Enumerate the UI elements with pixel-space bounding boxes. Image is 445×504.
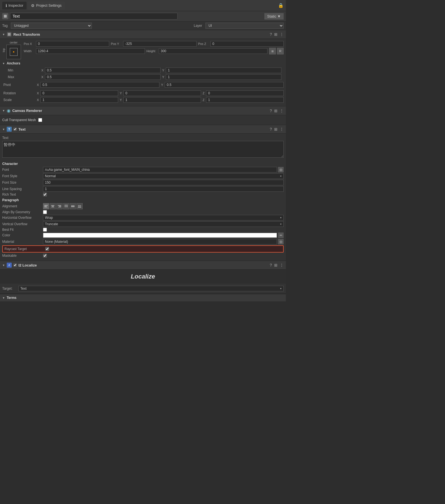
rt-section-title: Rect Transform — [13, 32, 268, 37]
text-comp-enable[interactable] — [13, 128, 17, 131]
height-input[interactable] — [159, 48, 268, 54]
terms-header[interactable]: ▼ Terms — [0, 294, 286, 301]
tag-label: Tag — [2, 24, 8, 28]
localize-target-row: Target: Text — [2, 286, 284, 291]
align-right-btn[interactable] — [56, 203, 63, 209]
text-comp-header[interactable]: ▼ T Text ? ⊞ ⋮ — [0, 125, 286, 134]
rt-anchor-visual[interactable] — [6, 45, 21, 59]
pivot-y-input[interactable] — [165, 82, 284, 88]
tc-help-icon[interactable]: ? — [270, 127, 272, 131]
lock-icon[interactable]: 🔒 — [278, 3, 284, 8]
tag-select[interactable]: Untagged — [11, 23, 92, 29]
align-top-btn[interactable] — [63, 203, 69, 209]
tab-project-settings[interactable]: ⚙ Project Settings — [28, 2, 65, 9]
material-select-area: None (Material) — [43, 239, 277, 244]
rotation-y-input[interactable] — [123, 90, 201, 96]
tc-menu-icon[interactable]: ⋮ — [280, 127, 284, 131]
color-label: Color — [2, 233, 41, 237]
tab-bar-right: 🔒 — [278, 3, 284, 8]
pivot-label: Pivot — [3, 83, 37, 87]
rt-menu-icon[interactable]: ⋮ — [280, 32, 284, 37]
pivot-x-input[interactable] — [40, 82, 159, 88]
anchors-header[interactable]: ▼ Anchors — [2, 61, 284, 65]
min-y-label: Y — [162, 69, 164, 72]
raycast-target-row: Raycast Target — [2, 245, 284, 253]
anchor-min-y-input[interactable] — [166, 68, 281, 73]
anchor-max-x-input[interactable] — [45, 74, 161, 80]
cr-settings-icon[interactable]: ⊞ — [274, 109, 277, 113]
object-name-input[interactable] — [10, 13, 178, 20]
i2-localize-header[interactable]: ▼ # I2 Localize ? ⊞ ⋮ — [0, 261, 286, 270]
i2-settings-icon[interactable]: ⊞ — [274, 263, 277, 267]
font-picker-btn[interactable]: ◎ — [278, 167, 284, 172]
rect-transform-header[interactable]: ▼ Rect Transform ? ⊞ ⋮ — [0, 30, 286, 39]
pos-z-input[interactable] — [210, 41, 284, 47]
font-style-select[interactable]: Normal — [43, 173, 284, 179]
align-center-h-btn[interactable] — [50, 203, 56, 209]
cr-menu-icon[interactable]: ⋮ — [280, 109, 284, 113]
tc-section-icons: ? ⊞ ⋮ — [270, 127, 284, 131]
vert-overflow-select[interactable]: Truncate Overflow — [43, 221, 284, 227]
color-field: ✏ — [43, 232, 284, 238]
tc-settings-icon[interactable]: ⊞ — [274, 127, 277, 131]
tab-inspector[interactable]: ℹ Inspector — [2, 2, 27, 9]
rich-text-checkbox[interactable] — [43, 193, 47, 196]
scale-z-input[interactable] — [206, 97, 284, 103]
rt-settings-icon[interactable]: ⊞ — [274, 32, 277, 37]
terms-collapse-icon: ▼ — [2, 296, 5, 299]
tc-section-title: Text — [18, 127, 268, 131]
best-fit-checkbox[interactable] — [43, 228, 47, 232]
align-bottom-btn[interactable] — [76, 203, 83, 209]
cull-checkbox[interactable] — [38, 118, 42, 122]
layer-select[interactable]: UI — [205, 23, 284, 29]
align-by-geo-checkbox[interactable] — [43, 210, 47, 214]
i2-section-title: I2 Localize — [18, 263, 268, 267]
r-btn[interactable]: R — [277, 48, 284, 54]
align-left-btn[interactable] — [43, 203, 49, 209]
pos-y-input[interactable] — [123, 41, 196, 47]
maskable-checkbox[interactable] — [43, 254, 47, 258]
i2-menu-icon[interactable]: ⋮ — [280, 263, 284, 267]
text-content-input[interactable]: 暂停中 — [2, 141, 284, 158]
inspector-icon: ℹ — [6, 3, 7, 8]
align-middle-btn[interactable] — [70, 203, 76, 209]
localize-target-label: Target: — [2, 287, 16, 291]
material-label: Material — [2, 240, 41, 244]
maskable-label: Maskable — [2, 254, 41, 258]
color-swatch[interactable] — [43, 233, 277, 238]
i2-comp-enable[interactable] — [13, 263, 17, 267]
rotation-x-input[interactable] — [40, 90, 118, 96]
line-spacing-row: Line Spacing — [2, 186, 284, 192]
i2-section-icons: ? ⊞ ⋮ — [270, 263, 284, 267]
blueprint-btn[interactable]: ⊞ — [269, 48, 276, 54]
paragraph-label: Paragraph — [2, 198, 284, 202]
scale-y-input[interactable] — [123, 97, 201, 103]
font-select-area[interactable]: Aa Aa game_font_MAIN_china — [43, 167, 277, 172]
canvas-renderer-header[interactable]: ▼ ◉ Canvas Renderer ? ⊞ ⋮ — [0, 106, 286, 115]
localize-target-select[interactable]: Text — [18, 286, 284, 291]
anchor-max-y-input[interactable] — [166, 74, 281, 80]
pos-x-input[interactable] — [36, 41, 109, 47]
rt-collapse-icon: ▼ — [2, 33, 5, 36]
horiz-overflow-row: Horizontal Overflow Wrap Overflow — [2, 215, 284, 220]
cr-help-icon[interactable]: ? — [270, 109, 272, 113]
line-spacing-input[interactable] — [43, 186, 284, 192]
anchors-collapse: ▼ — [2, 62, 5, 65]
material-picker-btn[interactable]: ◎ — [278, 239, 284, 244]
i2-help-icon[interactable]: ? — [270, 263, 272, 267]
rt-help-icon[interactable]: ? — [270, 32, 272, 37]
settings-icon: ⚙ — [31, 3, 35, 8]
color-picker-btn[interactable]: ✏ — [278, 232, 284, 238]
horiz-overflow-select[interactable]: Wrap Overflow — [43, 215, 284, 220]
font-row: Font Aa Aa game_font_MAIN_china ◎ — [2, 167, 284, 172]
anchor-min-x-input[interactable] — [45, 68, 161, 73]
canvas-renderer-body: Cull Transparent Mesh — [0, 115, 286, 125]
static-button[interactable]: Static ▼ — [264, 13, 284, 20]
object-icon — [2, 13, 8, 19]
static-label: Static ▼ — [267, 14, 281, 18]
rotation-z-input[interactable] — [206, 90, 284, 96]
width-input[interactable] — [36, 48, 145, 54]
font-size-input[interactable] — [43, 180, 284, 185]
scale-x-input[interactable] — [40, 97, 118, 103]
raycast-target-checkbox[interactable] — [45, 247, 49, 251]
